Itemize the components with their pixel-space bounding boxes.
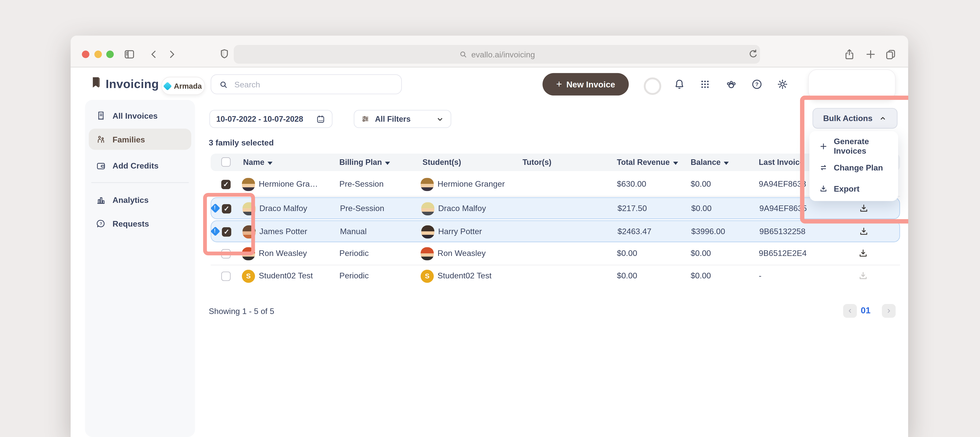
reload-icon[interactable] — [747, 48, 759, 61]
avatar: S — [242, 270, 255, 283]
forward-icon[interactable] — [166, 48, 178, 61]
plus-icon — [819, 141, 828, 150]
results-count: Showing 1 - 5 of 5 — [209, 306, 274, 316]
tab-overview-icon[interactable] — [884, 48, 897, 61]
help-icon[interactable]: ? — [751, 78, 763, 91]
total-revenue: $0.00 — [617, 249, 637, 258]
traffic-light-close-button[interactable] — [82, 51, 89, 58]
sidebar-item-all-invoices[interactable]: All Invoices — [89, 105, 191, 126]
menu-item-change-plan[interactable]: Change Plan — [809, 157, 898, 178]
column-header-balance[interactable]: Balance — [691, 158, 729, 167]
download-invoice-icon[interactable] — [858, 203, 869, 214]
account-pill[interactable]: H — [808, 69, 896, 100]
sidebar-item-analytics[interactable]: Analytics — [89, 189, 191, 211]
previous-page-button[interactable] — [843, 304, 857, 318]
url-field[interactable]: evallo.ai/invoicing — [234, 45, 760, 64]
balance: $0.00 — [691, 204, 712, 213]
table-header: NameBilling PlanStudent(s)Tutor(s)Total … — [211, 154, 900, 171]
family-name[interactable]: Student02 Test — [259, 271, 313, 280]
download-invoice-icon[interactable] — [858, 226, 869, 237]
shield-icon[interactable] — [218, 48, 231, 61]
gem-icon — [163, 81, 172, 90]
row-checkbox[interactable] — [221, 249, 231, 258]
search-box[interactable] — [211, 74, 402, 94]
paw-icon[interactable] — [725, 78, 738, 91]
menu-item-label: Generate Invoices — [834, 137, 898, 155]
balance: $0.00 — [691, 249, 711, 258]
avatar — [242, 178, 255, 191]
table-row[interactable]: ✓Draco MalfoyPre-SessionDraco Malfoy$217… — [211, 197, 900, 219]
screen: evallo.ai/invoicing Invoicing Armada + N… — [0, 0, 980, 437]
table-row[interactable]: SStudent02 TestPeriodicSStudent02 Test$0… — [211, 265, 900, 287]
avatar — [242, 247, 255, 260]
sidebar-item-label: Add Credits — [113, 161, 159, 170]
invoicing-logo-icon — [89, 76, 103, 89]
family-name[interactable]: James Potter — [259, 226, 307, 236]
browser-toolbar: evallo.ai/invoicing — [71, 36, 908, 68]
plus-icon: + — [556, 79, 562, 90]
sort-arrow-icon — [673, 162, 678, 165]
student-name: Ron Weasley — [438, 249, 486, 258]
student-name: Harry Potter — [438, 226, 482, 236]
column-header-billing-plan[interactable]: Billing Plan — [339, 158, 390, 167]
select-all-checkbox[interactable] — [221, 157, 231, 166]
traffic-light-zoom-button[interactable] — [106, 51, 114, 58]
row-checkbox[interactable]: ✓ — [222, 204, 231, 214]
family-name[interactable]: Hermione Granger — [259, 179, 319, 188]
notification-icon[interactable] — [673, 78, 686, 91]
menu-item-export[interactable]: Export — [809, 178, 898, 199]
back-icon[interactable] — [148, 48, 160, 61]
bulk-actions-button[interactable]: Bulk Actions — [813, 108, 897, 128]
share-icon[interactable] — [843, 48, 856, 61]
apps-grid-icon[interactable] — [699, 78, 711, 91]
column-header-tutor-s-: Tutor(s) — [522, 158, 551, 167]
family-name[interactable]: Ron Weasley — [259, 249, 307, 258]
column-header-name[interactable]: Name — [243, 158, 272, 167]
last-invoice-id: 9B65132258 — [759, 226, 805, 236]
menu-item-generate-invoices[interactable]: Generate Invoices — [809, 136, 898, 157]
sidebar-item-label: Families — [113, 135, 145, 144]
row-checkbox[interactable] — [221, 271, 231, 281]
sidebar: All InvoicesFamiliesAdd CreditsAnalytics… — [85, 100, 195, 437]
column-header-total-revenue[interactable]: Total Revenue — [617, 158, 678, 167]
table-row[interactable]: Ron WeasleyPeriodicRon Weasley$0.00$0.00… — [211, 243, 900, 264]
family-icon — [96, 134, 106, 144]
avatar: S — [421, 270, 434, 283]
chevron-up-icon — [879, 114, 887, 122]
sidebar-item-families[interactable]: Families — [89, 128, 191, 150]
last-invoice-id: 9B6512E2E4 — [759, 249, 807, 258]
billing-plan: Pre-Session — [339, 179, 384, 188]
requests-icon: ? — [96, 218, 106, 229]
new-invoice-button[interactable]: + New Invoice — [542, 73, 629, 95]
last-invoice-id: 9A94EF8635 — [759, 204, 807, 213]
sidebar-item-requests[interactable]: ?Requests — [89, 213, 191, 234]
table-row[interactable]: ✓Hermione GrangerPre-SessionHermione Gra… — [211, 174, 900, 195]
workspace-badge[interactable]: Armada — [161, 77, 205, 95]
balance: $3996.00 — [691, 226, 725, 236]
last-invoice-id: 9A94EF8633 — [759, 179, 806, 188]
new-tab-icon[interactable] — [864, 48, 877, 61]
menu-item-label: Export — [834, 184, 859, 193]
avatar — [242, 225, 256, 239]
all-filters-label: All Filters — [375, 115, 431, 124]
row-checkbox[interactable]: ✓ — [222, 227, 231, 236]
family-name[interactable]: Draco Malfoy — [259, 204, 307, 213]
date-range-picker[interactable]: 10-07-2022 - 10-07-2028 — [209, 110, 332, 128]
search-input[interactable] — [233, 79, 394, 90]
row-checkbox[interactable]: ✓ — [221, 180, 231, 189]
total-revenue: $630.00 — [617, 179, 646, 188]
sidebar-item-add-credits[interactable]: Add Credits — [89, 155, 191, 176]
search-icon — [459, 50, 468, 59]
sidebar-toggle-icon[interactable] — [123, 48, 136, 61]
url-text: evallo.ai/invoicing — [471, 50, 535, 59]
next-page-button[interactable] — [882, 304, 896, 318]
traffic-light-minimize-button[interactable] — [94, 51, 102, 58]
all-filters-dropdown[interactable]: All Filters — [354, 110, 451, 128]
download-invoice-icon[interactable] — [858, 248, 869, 259]
sidebar-item-label: Requests — [113, 219, 149, 228]
table-row[interactable]: ✓James PotterManualHarry Potter$2463.47$… — [211, 220, 900, 242]
row-divider — [211, 196, 900, 196]
settings-gear-icon[interactable] — [776, 78, 789, 91]
current-page-number: 01 — [859, 306, 872, 315]
analytics-icon — [96, 195, 106, 205]
